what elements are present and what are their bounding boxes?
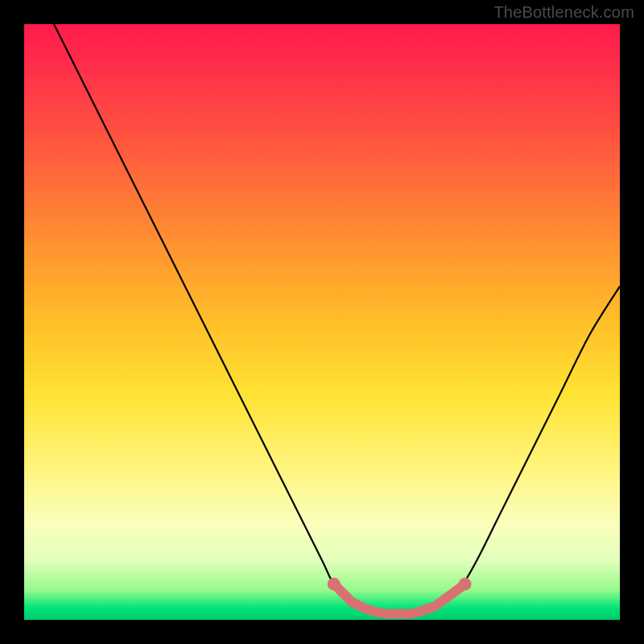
watermark-text: TheBottleneck.com bbox=[493, 3, 634, 22]
plot-area bbox=[24, 24, 620, 620]
trough-end-dot bbox=[459, 578, 472, 591]
chart-frame: TheBottleneck.com bbox=[0, 0, 644, 644]
curve-markers bbox=[328, 578, 472, 614]
bottleneck-curve bbox=[24, 24, 620, 620]
curve-path bbox=[54, 24, 620, 614]
trough-start-dot bbox=[328, 578, 341, 591]
trough-ribbon bbox=[334, 584, 465, 614]
